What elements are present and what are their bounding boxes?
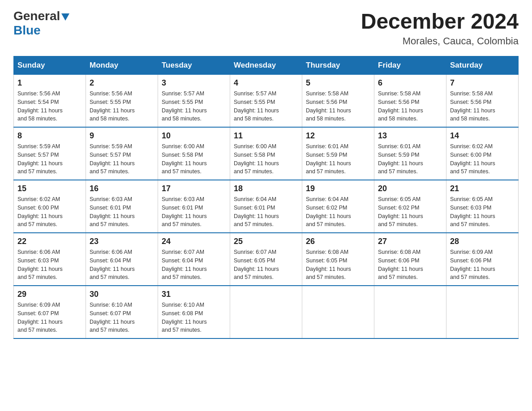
header-row: Sunday Monday Tuesday Wednesday Thursday… [14,56,519,75]
day-number: 15 [17,184,82,193]
calendar-week-row: 22 Sunrise: 6:06 AM Sunset: 6:03 PM Dayl… [14,233,519,286]
calendar-cell [302,286,374,338]
day-number: 26 [306,237,370,246]
title-block: December 2024 Morales, Cauca, Colombia [361,9,519,47]
day-info: Sunrise: 6:06 AM Sunset: 6:04 PM Dayligh… [90,248,154,282]
calendar-cell: 19 Sunrise: 6:04 AM Sunset: 6:02 PM Dayl… [302,180,374,233]
calendar-cell: 28 Sunrise: 6:09 AM Sunset: 6:06 PM Dayl… [446,233,519,286]
calendar-cell: 5 Sunrise: 5:58 AM Sunset: 5:56 PM Dayli… [302,75,374,128]
day-info: Sunrise: 5:59 AM Sunset: 5:57 PM Dayligh… [17,142,82,176]
day-number: 14 [450,131,515,141]
day-number: 10 [162,131,226,141]
calendar-cell: 8 Sunrise: 5:59 AM Sunset: 5:57 PM Dayli… [14,127,86,180]
day-info: Sunrise: 5:56 AM Sunset: 5:55 PM Dayligh… [90,90,154,123]
calendar-week-row: 8 Sunrise: 5:59 AM Sunset: 5:57 PM Dayli… [14,127,519,180]
day-info: Sunrise: 5:58 AM Sunset: 5:56 PM Dayligh… [378,90,442,123]
day-number: 27 [378,237,442,246]
day-number: 23 [90,237,154,246]
day-number: 2 [90,78,154,88]
calendar-cell: 18 Sunrise: 6:04 AM Sunset: 6:01 PM Dayl… [230,180,302,233]
day-info: Sunrise: 5:58 AM Sunset: 5:56 PM Dayligh… [450,90,515,123]
calendar-cell: 17 Sunrise: 6:03 AM Sunset: 6:01 PM Dayl… [158,180,230,233]
calendar-cell: 12 Sunrise: 6:01 AM Sunset: 5:59 PM Dayl… [302,127,374,180]
calendar-cell: 11 Sunrise: 6:00 AM Sunset: 5:58 PM Dayl… [230,127,302,180]
calendar-subtitle: Morales, Cauca, Colombia [361,35,519,47]
logo-triangle-icon [61,13,69,21]
day-info: Sunrise: 6:03 AM Sunset: 6:01 PM Dayligh… [162,195,226,229]
calendar-week-row: 15 Sunrise: 6:02 AM Sunset: 6:00 PM Dayl… [14,180,519,233]
calendar-cell: 14 Sunrise: 6:02 AM Sunset: 6:00 PM Dayl… [446,127,519,180]
calendar-cell: 21 Sunrise: 6:05 AM Sunset: 6:03 PM Dayl… [446,180,519,233]
day-info: Sunrise: 6:05 AM Sunset: 6:02 PM Dayligh… [378,195,442,229]
header-wednesday: Wednesday [230,56,302,75]
logo-text-general: General [13,9,60,23]
day-info: Sunrise: 6:00 AM Sunset: 5:58 PM Dayligh… [162,142,226,176]
day-info: Sunrise: 6:06 AM Sunset: 6:03 PM Dayligh… [17,248,82,282]
day-info: Sunrise: 6:08 AM Sunset: 6:05 PM Dayligh… [306,248,370,282]
day-info: Sunrise: 5:57 AM Sunset: 5:55 PM Dayligh… [162,90,226,123]
logo-text-blue: Blue [13,23,41,38]
day-number: 3 [162,78,226,88]
calendar-cell: 9 Sunrise: 5:59 AM Sunset: 5:57 PM Dayli… [86,127,158,180]
day-number: 28 [450,237,515,246]
day-number: 17 [162,184,226,193]
day-number: 31 [162,290,226,299]
header-monday: Monday [86,56,158,75]
logo: General Blue [13,9,69,38]
day-info: Sunrise: 6:07 AM Sunset: 6:05 PM Dayligh… [234,248,298,282]
calendar-cell: 15 Sunrise: 6:02 AM Sunset: 6:00 PM Dayl… [14,180,86,233]
day-info: Sunrise: 5:58 AM Sunset: 5:56 PM Dayligh… [306,90,370,123]
day-number: 9 [90,131,154,141]
day-info: Sunrise: 6:07 AM Sunset: 6:04 PM Dayligh… [162,248,226,282]
day-number: 21 [450,184,515,193]
calendar-cell [230,286,302,338]
day-info: Sunrise: 5:59 AM Sunset: 5:57 PM Dayligh… [90,142,154,176]
calendar-cell [374,286,446,338]
day-info: Sunrise: 6:02 AM Sunset: 6:00 PM Dayligh… [450,142,515,176]
day-number: 18 [234,184,298,193]
day-number: 5 [306,78,370,88]
day-number: 16 [90,184,154,193]
calendar-cell: 26 Sunrise: 6:08 AM Sunset: 6:05 PM Dayl… [302,233,374,286]
day-number: 4 [234,78,298,88]
day-info: Sunrise: 6:10 AM Sunset: 6:08 PM Dayligh… [162,301,226,334]
calendar-cell: 24 Sunrise: 6:07 AM Sunset: 6:04 PM Dayl… [158,233,230,286]
day-number: 29 [17,290,82,299]
day-number: 11 [234,131,298,141]
header-thursday: Thursday [302,56,374,75]
day-info: Sunrise: 6:04 AM Sunset: 6:02 PM Dayligh… [306,195,370,229]
calendar-cell: 25 Sunrise: 6:07 AM Sunset: 6:05 PM Dayl… [230,233,302,286]
day-info: Sunrise: 6:01 AM Sunset: 5:59 PM Dayligh… [378,142,442,176]
day-number: 1 [17,78,82,88]
calendar-cell: 2 Sunrise: 5:56 AM Sunset: 5:55 PM Dayli… [86,75,158,128]
day-info: Sunrise: 5:56 AM Sunset: 5:54 PM Dayligh… [17,90,82,123]
calendar-cell: 4 Sunrise: 5:57 AM Sunset: 5:55 PM Dayli… [230,75,302,128]
calendar-cell: 22 Sunrise: 6:06 AM Sunset: 6:03 PM Dayl… [14,233,86,286]
day-info: Sunrise: 6:10 AM Sunset: 6:07 PM Dayligh… [90,301,154,334]
calendar-week-row: 1 Sunrise: 5:56 AM Sunset: 5:54 PM Dayli… [14,75,519,128]
day-number: 30 [90,290,154,299]
calendar-cell: 23 Sunrise: 6:06 AM Sunset: 6:04 PM Dayl… [86,233,158,286]
day-number: 6 [378,78,442,88]
day-number: 25 [234,237,298,246]
day-info: Sunrise: 6:01 AM Sunset: 5:59 PM Dayligh… [306,142,370,176]
day-info: Sunrise: 6:03 AM Sunset: 6:01 PM Dayligh… [90,195,154,229]
page-header: General Blue December 2024 Morales, Cauc… [13,9,519,47]
day-info: Sunrise: 6:05 AM Sunset: 6:03 PM Dayligh… [450,195,515,229]
day-number: 24 [162,237,226,246]
calendar-cell: 1 Sunrise: 5:56 AM Sunset: 5:54 PM Dayli… [14,75,86,128]
calendar-cell: 29 Sunrise: 6:09 AM Sunset: 6:07 PM Dayl… [14,286,86,338]
calendar-cell [446,286,519,338]
calendar-cell: 13 Sunrise: 6:01 AM Sunset: 5:59 PM Dayl… [374,127,446,180]
day-info: Sunrise: 5:57 AM Sunset: 5:55 PM Dayligh… [234,90,298,123]
day-info: Sunrise: 6:00 AM Sunset: 5:58 PM Dayligh… [234,142,298,176]
calendar-cell: 30 Sunrise: 6:10 AM Sunset: 6:07 PM Dayl… [86,286,158,338]
day-info: Sunrise: 6:02 AM Sunset: 6:00 PM Dayligh… [17,195,82,229]
header-saturday: Saturday [446,56,519,75]
header-friday: Friday [374,56,446,75]
calendar-cell: 6 Sunrise: 5:58 AM Sunset: 5:56 PM Dayli… [374,75,446,128]
day-info: Sunrise: 6:08 AM Sunset: 6:06 PM Dayligh… [378,248,442,282]
calendar-cell: 16 Sunrise: 6:03 AM Sunset: 6:01 PM Dayl… [86,180,158,233]
day-info: Sunrise: 6:09 AM Sunset: 6:07 PM Dayligh… [17,301,82,334]
day-number: 12 [306,131,370,141]
